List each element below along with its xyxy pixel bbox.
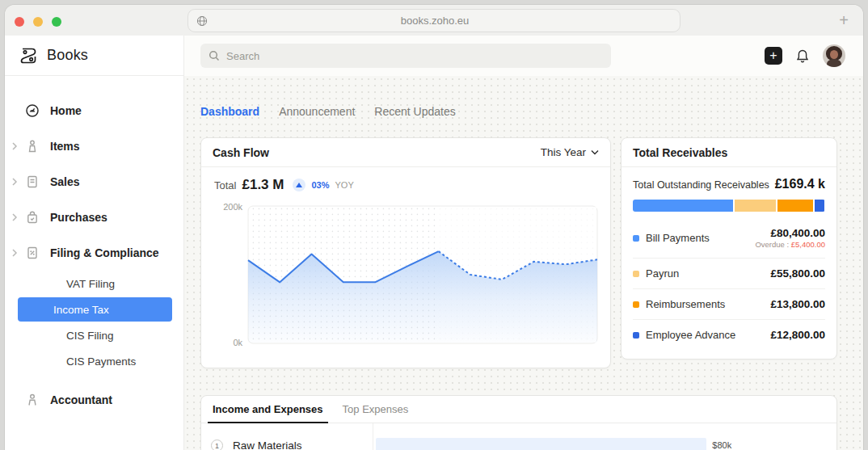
dashboard-content: Dashboard Announcement Recent Updates Ca…	[184, 76, 863, 450]
receivable-amount: £80,400.00	[755, 227, 825, 239]
receivable-amount: £55,800.00	[770, 267, 825, 280]
sidebar-subitem-vat-filing[interactable]: VAT Filing	[18, 271, 172, 296]
outstanding-value: £169.4 k	[775, 177, 825, 191]
search-input[interactable]	[226, 50, 566, 62]
browser-window: books.zoho.eu + Books	[5, 5, 863, 450]
items-icon	[24, 139, 40, 154]
window-maximize-button[interactable]	[52, 17, 61, 27]
address-bar[interactable]: books.zoho.eu	[188, 9, 680, 32]
sidebar-item-label: Accountant	[50, 393, 112, 406]
receivable-amount: £12,800.00	[770, 329, 825, 341]
cash-flow-title: Cash Flow	[213, 146, 269, 159]
tab-dashboard[interactable]: Dashboard	[200, 105, 259, 118]
receivable-row-reimbursements: Reimbursements £13,800.00	[633, 288, 825, 319]
income-expenses-card: Income and Expenses Top Expenses 1 Raw M…	[200, 395, 837, 450]
window-close-button[interactable]	[15, 17, 24, 27]
legend-swatch	[633, 271, 639, 277]
receivable-amount: £13,800.00	[770, 298, 825, 310]
receivable-row-bill-payments: Bill Payments £80,400.00 Overdue : £5,40…	[633, 218, 825, 258]
total-label: Total	[214, 179, 236, 191]
receivable-row-payrun: Payrun £55,800.00	[633, 258, 825, 288]
accountant-icon	[24, 393, 40, 407]
sidebar-nav: Home Items	[5, 76, 183, 412]
bar-segment-bill-payments	[633, 200, 733, 212]
legend-swatch	[633, 332, 639, 339]
receivables-list: Bill Payments £80,400.00 Overdue : £5,40…	[633, 218, 825, 350]
dashboard-icon	[24, 103, 40, 118]
legend-swatch	[633, 301, 639, 308]
receivables-stacked-bar	[633, 200, 825, 212]
bar-segment-payrun	[735, 200, 776, 212]
expense-row-label: 1 Raw Materials	[201, 439, 373, 450]
sidebar: Books Home	[5, 36, 184, 450]
sidebar-item-home[interactable]: Home	[5, 99, 183, 123]
expense-bar	[376, 438, 706, 450]
filing-compliance-submenu: VAT Filing Income Tax CIS Filing CIS Pay…	[5, 271, 183, 373]
total-receivables-card: Total Receivables Total Outstanding Rece…	[621, 137, 837, 360]
tab-announcement[interactable]: Announcement	[279, 105, 355, 118]
sidebar-subitem-cis-payments[interactable]: CIS Payments	[18, 349, 172, 373]
svg-text:0k: 0k	[233, 338, 242, 347]
legend-swatch	[633, 235, 639, 242]
receivable-row-employee-advance: Employee Advance £12,800.00	[633, 319, 825, 350]
sidebar-item-filing-compliance[interactable]: Filing & Compliance	[5, 241, 183, 265]
tab-income-and-expenses[interactable]: Income and Expenses	[213, 403, 323, 423]
user-avatar[interactable]	[823, 44, 845, 67]
cash-flow-card: Cash Flow This Year Total £1.3 M	[200, 137, 611, 368]
chevron-right-icon	[5, 213, 24, 221]
bell-icon[interactable]	[795, 48, 810, 64]
delta-up-icon	[293, 179, 305, 191]
sidebar-item-items[interactable]: Items	[5, 134, 183, 158]
chevron-right-icon	[5, 178, 24, 186]
sidebar-item-purchases[interactable]: Purchases	[5, 205, 183, 229]
window-minimize-button[interactable]	[33, 17, 43, 27]
overdue-note: Overdue : £5,400.00	[755, 240, 825, 249]
sidebar-subitem-income-tax[interactable]: Income Tax	[18, 297, 172, 322]
new-tab-button[interactable]: +	[839, 11, 849, 30]
tab-recent-updates[interactable]: Recent Updates	[374, 105, 455, 118]
sidebar-item-label: Sales	[50, 175, 80, 188]
chevron-right-icon	[5, 249, 24, 257]
app-name: Books	[47, 47, 88, 64]
globe-icon	[196, 15, 208, 27]
bar-segment-employee-advance	[815, 200, 824, 212]
cash-flow-chart: 200k0k	[213, 196, 600, 363]
expense-bar-value: $80k	[712, 440, 731, 450]
sidebar-item-label: Purchases	[50, 211, 107, 224]
sidebar-item-label: Home	[50, 104, 82, 117]
delta-suffix: YOY	[335, 180, 353, 190]
outstanding-label: Total Outstanding Receivables	[633, 179, 769, 191]
receivables-title: Total Receivables	[633, 146, 727, 159]
search-icon	[209, 50, 220, 61]
expense-category-column: 1 Raw Materials	[201, 423, 373, 450]
sales-icon	[24, 175, 40, 189]
search-box[interactable]	[200, 44, 611, 68]
sidebar-item-accountant[interactable]: Accountant	[5, 388, 183, 412]
svg-text:200k: 200k	[223, 202, 242, 212]
books-logo	[18, 45, 39, 66]
sidebar-item-sales[interactable]: Sales	[5, 170, 183, 194]
tab-top-expenses[interactable]: Top Expenses	[343, 403, 409, 423]
filing-icon	[24, 246, 40, 260]
sidebar-item-label: Items	[50, 140, 80, 153]
income-expenses-tabs: Income and Expenses Top Expenses	[201, 396, 836, 423]
chevron-right-icon	[5, 142, 24, 150]
sidebar-subitem-cis-filing[interactable]: CIS Filing	[18, 323, 172, 347]
sidebar-item-label: Filing & Compliance	[50, 246, 159, 259]
bar-segment-reimbursements	[777, 200, 813, 212]
add-button[interactable]: +	[765, 47, 782, 65]
chevron-down-icon	[591, 149, 599, 155]
delta-value: 03%	[311, 180, 329, 190]
expense-bar-area: $80k	[373, 423, 836, 450]
rank-badge: 1	[211, 439, 223, 450]
url-text: books.zoho.eu	[208, 15, 680, 27]
browser-chrome: books.zoho.eu +	[5, 5, 863, 36]
expense-category: Raw Materials	[233, 439, 302, 450]
page-tabs: Dashboard Announcement Recent Updates	[200, 105, 456, 118]
sidebar-header: Books	[5, 36, 183, 76]
period-selector[interactable]: This Year	[541, 146, 599, 158]
total-value: £1.3 M	[242, 177, 284, 193]
top-bar: +	[184, 36, 863, 76]
purchases-icon	[24, 210, 40, 225]
